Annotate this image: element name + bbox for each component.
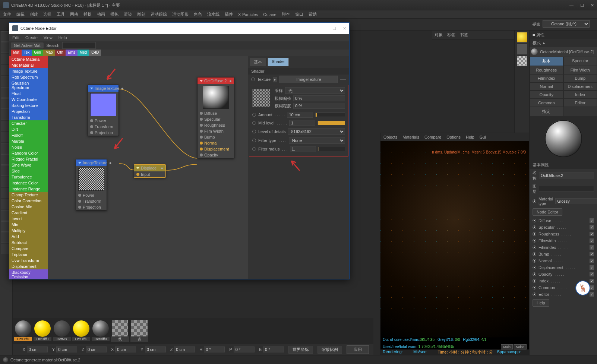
sample-select[interactable]: 无 (285, 87, 345, 94)
checkbox[interactable]: ✓ (590, 259, 594, 263)
vp-menu-materials[interactable]: Materials (402, 135, 419, 139)
tab-tags[interactable]: 标签 (447, 32, 455, 38)
nodewin-minimize-icon[interactable]: — (322, 26, 326, 31)
sidebar-item[interactable]: Invert (9, 216, 48, 222)
sidebar-item[interactable]: W Coordinate (9, 96, 48, 102)
sidebar-item[interactable]: Triplanar (9, 251, 48, 257)
menu-雕刻[interactable]: 雕刻 (137, 12, 145, 17)
radio-icon[interactable] (533, 252, 536, 256)
material-slot[interactable]: OctMix (53, 320, 71, 341)
sidebar-item[interactable]: Random Color (9, 150, 48, 156)
midlevel-input[interactable] (289, 120, 315, 126)
radio-icon[interactable] (533, 225, 536, 229)
node-editor-button[interactable]: Node Editor (533, 208, 562, 216)
checkbox[interactable]: ✓ (590, 252, 594, 256)
material-slot[interactable]: OctDiffu (14, 320, 32, 341)
nw-menu-edit[interactable]: Edit (12, 35, 19, 40)
sidebar-item[interactable]: Sine Wave (9, 162, 48, 168)
attr-name-input[interactable] (539, 172, 594, 178)
menu-Octane[interactable]: Octane (263, 12, 276, 17)
vp-menu-options[interactable]: Options (446, 135, 461, 139)
node-image-texture-1[interactable]: ImageTexture● Power Transform Projection (88, 85, 119, 136)
checkbox[interactable]: ✓ (590, 272, 594, 276)
sidebar-item[interactable]: Image Texture (9, 68, 48, 74)
texcol-item[interactable] (517, 32, 527, 42)
coord-b[interactable] (263, 346, 284, 352)
nw-tab-med[interactable]: Med (78, 50, 89, 56)
sidebar-item[interactable]: Baking texture (9, 102, 48, 108)
sidebar-item[interactable]: Falloff (9, 132, 48, 138)
checkbox[interactable]: ✓ (590, 232, 594, 236)
menu-模拟[interactable]: 模拟 (110, 12, 119, 17)
sidebar-item[interactable]: Side (9, 168, 48, 174)
radio-icon[interactable] (533, 266, 536, 269)
texcol-item[interactable] (517, 44, 527, 54)
nw-tab-tex[interactable]: Tex (22, 50, 32, 56)
material-slot[interactable]: OctDiffu (34, 320, 51, 341)
nw-tab-gen[interactable]: Gen (32, 50, 43, 56)
sidebar-item[interactable]: Color Correction (9, 198, 48, 204)
radio-icon[interactable] (252, 130, 256, 133)
clear-button[interactable] (340, 79, 346, 80)
sidebar-item[interactable]: Cosine Mix (9, 204, 48, 210)
menu-运动跟踪[interactable]: 运动跟踪 (151, 12, 167, 17)
attr-tab[interactable]: Filmindex (530, 74, 563, 82)
radio-icon[interactable] (252, 147, 256, 151)
coord-space-select[interactable]: 世界坐标 (288, 346, 313, 354)
coord-y[interactable] (56, 346, 77, 352)
coord-y2[interactable] (145, 346, 166, 352)
menu-窗口[interactable]: 窗口 (295, 12, 303, 17)
coord-h[interactable] (204, 346, 225, 352)
sidebar-item[interactable]: Marble (9, 138, 48, 144)
checkbox[interactable]: ✓ (590, 265, 594, 270)
coord-x2[interactable] (115, 346, 136, 352)
sidebar-item[interactable]: Displacement (9, 263, 48, 269)
node-octdiffuse[interactable]: OctDiffuse.2● Diffuse Specular Roughness… (197, 77, 234, 158)
menu-工具[interactable]: 工具 (57, 12, 65, 17)
coord-x[interactable] (27, 346, 48, 352)
sidebar-item[interactable]: Add (9, 234, 48, 240)
menu-捕捉[interactable]: 捕捉 (83, 12, 92, 17)
menu-角色[interactable]: 角色 (194, 12, 202, 17)
node-displace[interactable]: Displace● Input (134, 164, 166, 178)
sidebar-item[interactable]: Gradient (9, 210, 48, 216)
menu-网格[interactable]: 网格 (70, 12, 78, 17)
menu-动画[interactable]: 动画 (97, 12, 105, 17)
maximize-icon[interactable]: ☐ (580, 3, 584, 8)
radio-icon[interactable] (251, 77, 255, 81)
tab-main[interactable]: Main (501, 344, 513, 349)
close-icon[interactable]: ✕ (591, 3, 594, 8)
sidebar-item[interactable]: Blackbody Emission (9, 269, 48, 279)
radio-icon[interactable] (252, 139, 256, 142)
sidebar-item[interactable]: Transform (9, 114, 48, 120)
texcol-item[interactable] (517, 56, 527, 66)
menu-帮助[interactable]: 帮助 (309, 12, 317, 17)
nodewin-maximize-icon[interactable]: ☐ (332, 26, 336, 31)
nw-tab-ems[interactable]: Ems (66, 50, 78, 56)
sidebar-item[interactable]: Ridged Fractal (9, 156, 48, 162)
sidebar-item[interactable]: Noise (9, 144, 48, 150)
attr-mattype-input[interactable] (555, 198, 597, 204)
menu-选择[interactable]: 选择 (43, 12, 51, 17)
attr-tab[interactable]: Editor (563, 99, 597, 107)
coord-scale-select[interactable]: 缩放比例 (318, 346, 342, 354)
search-input[interactable] (62, 42, 96, 49)
attr-tab[interactable]: Displacement (563, 82, 597, 91)
node-canvas[interactable]: ImageTexture● Power Transform Projection… (48, 56, 248, 279)
nw-tab-c4d[interactable]: C4D (89, 50, 101, 56)
help-button[interactable]: Help (533, 299, 549, 307)
menu-X-Particles[interactable]: X-Particles (238, 12, 258, 17)
radio-icon[interactable] (533, 286, 536, 289)
node-image-texture-2[interactable]: ImageTexture● Power Transform Projection (76, 159, 107, 211)
sidebar-item[interactable]: Octane Material (9, 56, 48, 62)
attr-layer-input[interactable] (539, 186, 594, 192)
amount-input[interactable] (287, 112, 313, 118)
vp-menu-objects[interactable]: Objects (383, 135, 397, 139)
nodewin-titlebar[interactable]: Octane Node Editor — ☐ ✕ (9, 23, 349, 34)
material-slot[interactable]: 线 (111, 320, 129, 342)
sidebar-item[interactable]: Mix Material (9, 62, 48, 68)
attr-tab[interactable]: Common (530, 99, 563, 107)
attr-tab[interactable]: Film Width (563, 66, 597, 74)
sidebar-item[interactable]: Uvw Transform (9, 257, 48, 263)
prop-tab-shader[interactable]: Shader (268, 58, 289, 66)
